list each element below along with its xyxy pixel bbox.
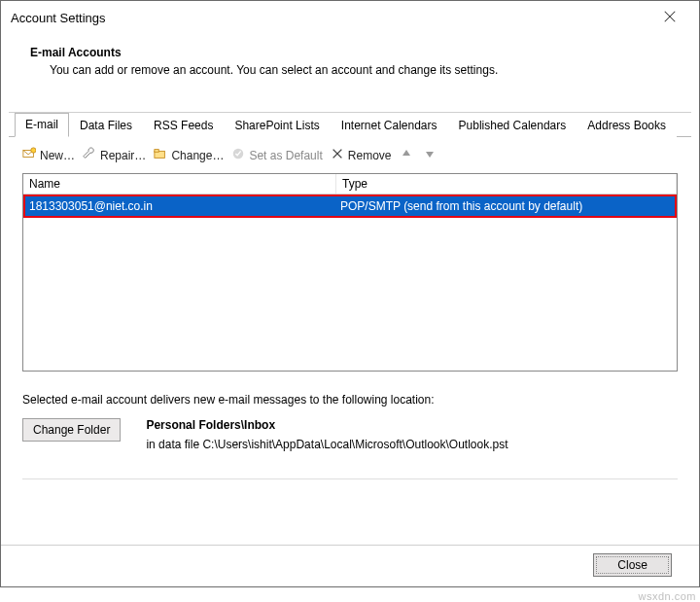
- folder-row: Change Folder Personal Folders\Inbox in …: [1, 414, 699, 451]
- close-icon[interactable]: [650, 10, 689, 26]
- repair-label: Repair…: [100, 149, 146, 162]
- envelope-new-icon: [22, 147, 36, 163]
- tab-published-calendars[interactable]: Published Calendars: [448, 114, 578, 137]
- folder-path: in data file C:\Users\ishit\AppData\Loca…: [146, 438, 508, 451]
- watermark: wsxdn.com: [638, 590, 696, 602]
- change-folder-button[interactable]: Change Folder: [22, 418, 121, 442]
- header-heading: E-mail Accounts: [30, 46, 689, 59]
- header-block: E-mail Accounts You can add or remove an…: [1, 30, 699, 85]
- folder-change-icon: [154, 147, 167, 163]
- account-settings-window: Account Settings E-mail Accounts You can…: [0, 0, 700, 587]
- tab-internet-calendars[interactable]: Internet Calendars: [331, 114, 448, 137]
- row-type: POP/SMTP (send from this account by defa…: [336, 196, 675, 216]
- tab-email[interactable]: E-mail: [15, 113, 69, 137]
- change-label: Change…: [171, 149, 224, 162]
- toolbar: New… Repair… Change… Set as Default Remo…: [1, 137, 699, 173]
- set-default-button: Set as Default: [231, 147, 322, 163]
- tab-rss-feeds[interactable]: RSS Feeds: [143, 114, 224, 137]
- divider-thin: [22, 478, 678, 479]
- column-name[interactable]: Name: [23, 174, 336, 194]
- remove-button[interactable]: Remove: [331, 147, 392, 163]
- remove-label: Remove: [348, 149, 392, 162]
- wrench-icon: [83, 147, 96, 163]
- window-title: Account Settings: [11, 11, 106, 25]
- account-list: Name Type 1813303051@niet.co.in POP/SMTP…: [22, 173, 678, 372]
- list-header: Name Type: [23, 174, 677, 195]
- row-name: 1813303051@niet.co.in: [25, 196, 336, 216]
- tab-data-files[interactable]: Data Files: [69, 114, 143, 137]
- move-down-icon[interactable]: [422, 148, 438, 162]
- svg-rect-5: [155, 150, 158, 153]
- table-row[interactable]: 1813303051@niet.co.in POP/SMTP (send fro…: [23, 195, 677, 218]
- svg-marker-10: [426, 152, 434, 158]
- set-default-label: Set as Default: [249, 149, 322, 162]
- repair-button[interactable]: Repair…: [83, 147, 146, 163]
- delivers-label: Selected e-mail account delivers new e-m…: [1, 372, 699, 414]
- column-type[interactable]: Type: [336, 174, 677, 194]
- tab-address-books[interactable]: Address Books: [577, 114, 677, 137]
- change-button[interactable]: Change…: [154, 147, 224, 163]
- titlebar: Account Settings: [1, 1, 699, 30]
- tab-sharepoint-lists[interactable]: SharePoint Lists: [224, 114, 330, 137]
- new-label: New…: [40, 149, 75, 162]
- check-circle-icon: [231, 147, 245, 163]
- folder-info: Personal Folders\Inbox in data file C:\U…: [146, 418, 508, 451]
- close-button[interactable]: Close: [593, 553, 672, 577]
- svg-point-3: [31, 148, 36, 153]
- folder-name: Personal Folders\Inbox: [146, 418, 508, 432]
- svg-marker-9: [402, 150, 410, 156]
- x-icon: [331, 147, 344, 163]
- bottom-bar: Close: [1, 545, 699, 586]
- tab-strip: E-mail Data Files RSS Feeds SharePoint L…: [1, 112, 699, 136]
- move-up-icon[interactable]: [399, 148, 414, 162]
- new-button[interactable]: New…: [22, 147, 75, 163]
- header-subtext: You can add or remove an account. You ca…: [30, 63, 689, 77]
